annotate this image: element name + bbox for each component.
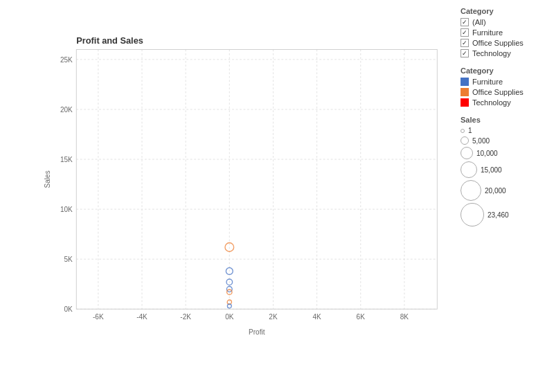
svg-text:20K: 20K xyxy=(60,106,73,114)
legend-color-item: Furniture xyxy=(461,78,547,86)
legend-filter-label: (All) xyxy=(472,18,486,26)
svg-text:-2K: -2K xyxy=(180,313,191,321)
scatter-plot: -6K-4K-2K0K2K4K6K8K0K5K10K15K20K25KSales… xyxy=(42,21,447,350)
legend-checkbox[interactable]: ✓ xyxy=(461,49,469,57)
svg-text:0K: 0K xyxy=(225,313,234,321)
legend-size-circle xyxy=(461,147,473,159)
svg-text:8K: 8K xyxy=(400,313,409,321)
svg-text:-4K: -4K xyxy=(136,313,148,321)
legend-size-item: 20,000 xyxy=(461,180,547,201)
legend-color-label: Technology xyxy=(472,98,511,107)
legend-color-label: Office Supplies xyxy=(472,88,524,96)
legend-filter-item[interactable]: ✓Technology xyxy=(461,49,547,57)
svg-text:0K: 0K xyxy=(64,305,73,313)
svg-text:25K: 25K xyxy=(60,56,73,64)
svg-text:5K: 5K xyxy=(64,256,73,263)
legend-size-circle xyxy=(461,136,469,145)
legend-color-label: Furniture xyxy=(472,78,503,86)
svg-text:6K: 6K xyxy=(357,313,366,321)
legend-checkbox[interactable]: ✓ xyxy=(461,18,469,26)
legend-panel: Category ✓(All)✓Furniture✓Office Supplie… xyxy=(454,0,554,392)
legend-size-circle xyxy=(461,180,481,201)
legend-size-title: Sales xyxy=(461,116,547,124)
svg-text:Profit: Profit xyxy=(249,328,265,336)
svg-text:4K: 4K xyxy=(312,313,321,321)
svg-text:Profit and Sales: Profit and Sales xyxy=(76,35,143,46)
legend-color-item: Office Supplies xyxy=(461,88,547,96)
legend-color-swatch xyxy=(461,98,469,107)
legend-size-label: 10,000 xyxy=(476,150,498,157)
legend-size-item: 1 xyxy=(461,127,547,134)
svg-text:-6K: -6K xyxy=(93,313,104,321)
legend-size-label: 20,000 xyxy=(485,187,506,195)
legend-size-circle xyxy=(461,129,465,133)
legend-color-title: Category xyxy=(461,66,547,75)
legend-color-item: Technology xyxy=(461,98,547,107)
legend-size-item: 5,000 xyxy=(461,136,547,145)
legend-color-swatch xyxy=(461,78,469,86)
legend-checkbox[interactable]: ✓ xyxy=(461,28,469,37)
legend-size-circle xyxy=(461,203,484,226)
legend-filter-item[interactable]: ✓Furniture xyxy=(461,28,547,37)
legend-size-label: 15,000 xyxy=(481,166,502,174)
legend-size-label: 5,000 xyxy=(472,137,490,145)
legend-filter-item[interactable]: ✓Office Supplies xyxy=(461,39,547,47)
svg-text:15K: 15K xyxy=(60,156,73,163)
svg-rect-28 xyxy=(76,49,437,309)
svg-text:Sales: Sales xyxy=(44,170,51,188)
legend-filter-label: Office Supplies xyxy=(472,39,524,47)
legend-checkbox[interactable]: ✓ xyxy=(461,39,469,47)
svg-text:2K: 2K xyxy=(269,313,278,321)
legend-filter-label: Technology xyxy=(472,49,511,57)
chart-container: Profit and Sales Sales Profit -6K-4K-2K0… xyxy=(0,0,454,392)
legend-size-label: 23,460 xyxy=(488,211,509,219)
legend-size-label: 1 xyxy=(468,127,472,134)
legend-filter-title: Category xyxy=(461,7,547,15)
legend-filter-label: Furniture xyxy=(472,28,503,37)
legend-size-item: 15,000 xyxy=(461,161,547,178)
legend-color-swatch xyxy=(461,88,469,96)
legend-size-item: 10,000 xyxy=(461,147,547,159)
legend-size-circle xyxy=(461,161,477,178)
svg-text:10K: 10K xyxy=(60,206,73,213)
legend-size-item: 23,460 xyxy=(461,203,547,226)
legend-filter-item[interactable]: ✓(All) xyxy=(461,18,547,26)
